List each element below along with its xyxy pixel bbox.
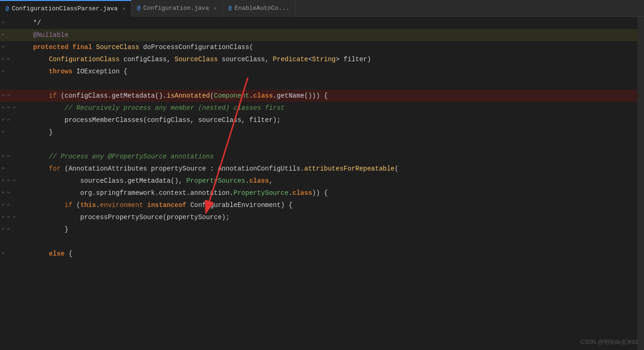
fold-arrow-9-0[interactable]: ⊳: [2, 114, 7, 126]
line-gutter-12: ⊳⊳: [0, 150, 23, 163]
line-gutter-16: ⊳⊳: [0, 199, 23, 211]
code-line-20: ⊳ else {: [0, 248, 644, 260]
tab-icon-3: @: [228, 5, 232, 12]
tab-configuraton-class-parser[interactable]: @ ConfigurationClassParser.java ✕: [0, 0, 131, 17]
fold-arrow-16-1[interactable]: ⊳: [7, 199, 13, 211]
code-line-4: ⊳⊳ ConfigurationClass configClass, Sourc…: [0, 53, 644, 65]
code-line-3: ⊳ protected final SourceClass doProcessC…: [0, 41, 644, 53]
code-content-4: ConfigurationClass configClass, SourceCl…: [23, 53, 644, 65]
fold-arrow-17-1[interactable]: ⊳: [7, 211, 13, 223]
fold-arrow-15-1[interactable]: ⊳: [7, 187, 13, 199]
code-content-8: // Recursively process any member (neste…: [23, 102, 644, 114]
code-content-7: if (configClass.getMetadata().isAnnotate…: [23, 90, 644, 102]
line-gutter-2: ⊳: [0, 29, 23, 41]
code-line-11: [0, 138, 644, 150]
fold-arrow-20-0[interactable]: ⊳: [2, 248, 7, 260]
code-content-2: @Nullable: [23, 29, 644, 41]
fold-arrow-12-0[interactable]: ⊳: [2, 150, 7, 163]
tab-close-1[interactable]: ✕: [122, 6, 125, 12]
line-gutter-7: ⊳⊳: [0, 90, 23, 102]
line-gutter-17: ⊳⊳⊳: [0, 211, 23, 223]
code-content-13: for (AnnotationAttributes propertySource…: [23, 163, 644, 175]
tab-enable-auto[interactable]: @ EnableAutoCo...: [223, 0, 295, 17]
code-line-8: ⊳⊳⊳ // Recursively process any member (n…: [0, 102, 644, 114]
fold-arrow-12-1[interactable]: ⊳: [7, 150, 13, 163]
line-gutter-5: ⊳: [0, 65, 23, 78]
code-content-1: */: [23, 17, 644, 29]
fold-arrow-15-0[interactable]: ⊳: [2, 187, 7, 199]
line-gutter-14: ⊳⊳⊳: [0, 175, 23, 187]
code-content-17: processPropertySource(propertySource);: [23, 211, 644, 223]
tab-close-2[interactable]: ✕: [214, 5, 217, 11]
fold-arrow-18-0[interactable]: ⊳: [2, 223, 7, 236]
code-content-15: org.springframework.context.annotation.P…: [23, 187, 644, 199]
line-gutter-3: ⊳: [0, 41, 23, 53]
line-gutter-1: ⊳: [0, 17, 23, 29]
fold-arrow-4-1[interactable]: ⊳: [7, 53, 13, 65]
fold-arrow-16-0[interactable]: ⊳: [2, 199, 7, 211]
code-line-5: ⊳ throws IOException {: [0, 65, 644, 78]
code-content-5: throws IOException {: [23, 65, 644, 78]
fold-arrow-8-1[interactable]: ⊳: [7, 102, 13, 114]
line-gutter-18: ⊳⊳: [0, 223, 23, 236]
code-container: ⊳ */⊳ @Nullable⊳ protected final SourceC…: [0, 17, 644, 350]
code-line-16: ⊳⊳ if (this.environment instanceof Confi…: [0, 199, 644, 211]
code-area: ⊳ */⊳ @Nullable⊳ protected final SourceC…: [0, 17, 644, 260]
fold-arrow-14-0[interactable]: ⊳: [2, 175, 7, 187]
fold-arrow-7-0[interactable]: ⊳: [2, 90, 7, 102]
fold-arrow-10-0[interactable]: ⊳: [2, 126, 7, 138]
code-line-12: ⊳⊳ // Process any @PropertySource annota…: [0, 150, 644, 163]
line-gutter-13: ⊳: [0, 163, 23, 175]
fold-arrow-9-1[interactable]: ⊳: [7, 114, 13, 126]
code-line-9: ⊳⊳ processMemberClasses(configClass, sou…: [0, 114, 644, 126]
fold-arrow-14-1[interactable]: ⊳: [7, 175, 13, 187]
code-content-18: }: [23, 223, 644, 236]
tab-bar: @ ConfigurationClassParser.java ✕ @ Conf…: [0, 0, 644, 17]
tab-label-1: ConfigurationClassParser.java: [12, 5, 117, 12]
code-content-10: }: [23, 126, 644, 138]
code-content-14: sourceClass.getMetadata(), PropertySourc…: [23, 175, 644, 187]
code-line-19: [0, 236, 644, 248]
code-line-13: ⊳ for (AnnotationAttributes propertySour…: [0, 163, 644, 175]
line-gutter-10: ⊳: [0, 126, 23, 138]
fold-arrow-14-2[interactable]: ⊳: [13, 175, 19, 187]
fold-arrow-18-1[interactable]: ⊳: [7, 223, 13, 236]
tab-icon-2: @: [137, 5, 140, 12]
tab-icon-1: @: [6, 6, 9, 12]
code-line-1: ⊳ */: [0, 17, 644, 29]
scrollbar-gutter[interactable]: [637, 17, 644, 350]
code-line-14: ⊳⊳⊳ sourceClass.getMetadata(), PropertyS…: [0, 175, 644, 187]
fold-arrow-17-0[interactable]: ⊳: [2, 211, 7, 223]
fold-arrow-17-2[interactable]: ⊳: [13, 211, 19, 223]
fold-arrow-8-2[interactable]: ⊳: [13, 102, 19, 114]
code-line-6: [0, 78, 644, 90]
watermark: CSDN @明快de玄米61: [580, 338, 638, 346]
code-line-18: ⊳⊳ }: [0, 223, 644, 236]
line-gutter-15: ⊳⊳: [0, 187, 23, 199]
fold-arrow-8-0[interactable]: ⊳: [2, 102, 7, 114]
code-content-9: processMemberClasses(configClass, source…: [23, 114, 644, 126]
code-line-2: ⊳ @Nullable: [0, 29, 644, 41]
fold-arrow-13-0[interactable]: ⊳: [2, 163, 7, 175]
code-content-20: else {: [23, 248, 644, 260]
tab-label-3: EnableAutoCo...: [235, 5, 289, 12]
code-line-15: ⊳⊳ org.springframework.context.annotatio…: [0, 187, 644, 199]
fold-arrow-1-0[interactable]: ⊳: [2, 17, 7, 29]
fold-arrow-4-0[interactable]: ⊳: [2, 53, 7, 65]
line-gutter-8: ⊳⊳⊳: [0, 102, 23, 114]
fold-arrow-3-0[interactable]: ⊳: [2, 41, 7, 53]
line-gutter-4: ⊳⊳: [0, 53, 23, 65]
line-gutter-20: ⊳: [0, 248, 23, 260]
fold-arrow-2-0[interactable]: ⊳: [2, 29, 7, 41]
code-content-3: protected final SourceClass doProcessCon…: [23, 41, 644, 53]
fold-arrow-7-1[interactable]: ⊳: [7, 90, 13, 102]
code-line-7: ⊳⊳ if (configClass.getMetadata().isAnnot…: [0, 90, 644, 102]
code-content-12: // Process any @PropertySource annotatio…: [23, 150, 644, 163]
tab-label-2: Configuration.java: [143, 5, 209, 12]
fold-arrow-5-0[interactable]: ⊳: [2, 65, 7, 78]
tab-configuration[interactable]: @ Configuration.java ✕: [131, 0, 223, 17]
code-line-10: ⊳ }: [0, 126, 644, 138]
line-gutter-9: ⊳⊳: [0, 114, 23, 126]
code-content-16: if (this.environment instanceof Configur…: [23, 199, 644, 211]
code-line-17: ⊳⊳⊳ processPropertySource(propertySource…: [0, 211, 644, 223]
